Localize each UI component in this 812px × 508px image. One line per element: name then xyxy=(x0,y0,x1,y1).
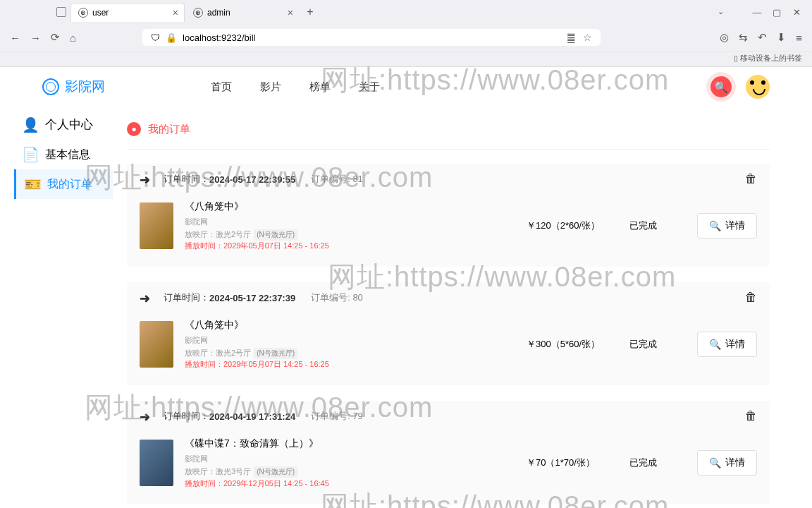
hall: 激光2号厅 xyxy=(216,230,251,238)
reload-icon[interactable]: ⟳ xyxy=(51,31,60,44)
order-header: ➜ 订单时间： 2024-05-17 22:37:39 订单编号: 80 🗑 xyxy=(127,282,770,313)
logo-text: 影院网 xyxy=(65,78,105,96)
account-icon[interactable]: ◎ xyxy=(720,31,729,44)
arrow-right-icon: ➜ xyxy=(140,291,154,305)
cinema-name: 影院网 xyxy=(185,216,515,229)
download-icon[interactable]: ⬇ xyxy=(777,31,786,44)
bookmark-bar: ▯ 移动设备上的书签 xyxy=(0,51,812,66)
star-icon[interactable]: ☆ xyxy=(583,32,592,43)
magnify-icon: 🔍 xyxy=(709,220,721,231)
section-title: ● 我的订单 xyxy=(127,114,770,150)
sidebar-item-label: 我的订单 xyxy=(47,177,92,192)
badge-icon: ● xyxy=(127,122,141,136)
order-id: 81 xyxy=(352,174,362,184)
close-icon[interactable]: × xyxy=(173,7,178,18)
order-price: ￥300（5*60/张） xyxy=(527,338,618,351)
close-window-icon[interactable]: ✕ xyxy=(787,7,806,18)
trash-icon[interactable]: 🗑 xyxy=(745,172,757,186)
search-button[interactable]: 🔍 xyxy=(710,76,732,97)
user-icon: 👤 xyxy=(23,117,38,133)
app-header: 影院网 首页 影片 榜单 关于 🔍 xyxy=(0,67,812,107)
window-controls: — ▢ ✕ xyxy=(747,0,806,24)
movie-title: 《碟中谍7：致命清算（上）》 xyxy=(185,437,515,450)
order-time-label: 订单时间： xyxy=(164,173,209,186)
detail-button[interactable]: 🔍 详情 xyxy=(697,450,757,476)
movie-info: 《八角笼中》 影院网 放映厅：激光2号厅(N号激光厅) 播放时间：2029年05… xyxy=(185,200,515,251)
order-time: 2024-04-19 17:31:24 xyxy=(209,411,295,422)
close-icon[interactable]: × xyxy=(288,7,293,18)
tab-label: user xyxy=(92,8,109,18)
nav-about[interactable]: 关于 xyxy=(359,80,380,94)
trash-icon[interactable]: 🗑 xyxy=(745,291,757,305)
order-id: 80 xyxy=(352,292,362,303)
mobile-bookmarks-icon: ▯ xyxy=(734,54,738,62)
order-status: 已完成 xyxy=(629,456,686,469)
shield-icon: 🛡 xyxy=(151,32,160,43)
back-icon[interactable]: ← xyxy=(10,32,20,44)
detail-button[interactable]: 🔍 详情 xyxy=(697,213,757,238)
nav-home[interactable]: 首页 xyxy=(211,80,232,94)
forward-icon[interactable]: → xyxy=(30,32,41,44)
order-body: 《碟中谍7：致命清算（上）》 影院网 放映厅：激光3号厅(N号激光厅) 播放时间… xyxy=(127,432,770,500)
undo-icon[interactable]: ↶ xyxy=(758,31,767,44)
nav-films[interactable]: 影片 xyxy=(260,80,281,94)
minimize-icon[interactable]: — xyxy=(747,7,767,18)
tabs-dropdown-icon[interactable]: ⌄ xyxy=(718,7,724,16)
detail-button[interactable]: 🔍 详情 xyxy=(697,332,757,357)
magnify-icon: 🔍 xyxy=(709,457,721,468)
tab-label: admin xyxy=(207,8,230,18)
nav-links: 首页 影片 榜单 关于 xyxy=(211,80,380,94)
order-status: 已完成 xyxy=(629,219,686,232)
browser-tab-admin[interactable]: ⊕ admin × xyxy=(185,3,300,22)
new-tab-button[interactable]: + xyxy=(300,6,320,18)
globe-icon: ⊕ xyxy=(193,8,203,18)
order-header: ➜ 订单时间： 2024-04-19 17:31:24 订单编号: 79 🗑 xyxy=(127,401,770,432)
sidebar: 👤 个人中心 📄 基本信息 🎫 我的订单 xyxy=(14,107,113,508)
browser-tab-user[interactable]: ⊕ user × xyxy=(70,3,185,22)
movie-title: 《八角笼中》 xyxy=(185,200,515,213)
order-status: 已完成 xyxy=(629,338,686,351)
address-bar: ← → ⟳ ⌂ 🛡 🔒 localhost:9232/bill ䷀ ☆ ◎ ⇆ … xyxy=(0,24,812,51)
content: ● 我的订单 ➜ 订单时间： 2024-05-17 22:39:55 订单编号:… xyxy=(113,107,812,508)
movie-poster xyxy=(140,321,173,368)
logo-icon xyxy=(42,78,59,95)
browser-chrome: ⊕ user × ⊕ admin × + ⌄ — ▢ ✕ ← → ⟳ ⌂ 🛡 🔒… xyxy=(0,0,812,67)
order-time: 2024-05-17 22:37:39 xyxy=(209,293,295,303)
playtime: 2029年05月07日 14:25 - 16:25 xyxy=(223,241,329,250)
magnify-icon: 🔍 xyxy=(709,339,721,350)
order-card: ➜ 订单时间： 2024-05-17 22:37:39 订单编号: 80 🗑 《… xyxy=(127,282,770,385)
order-card: ➜ 订单时间： 2024-04-19 17:31:24 订单编号: 79 🗑 《… xyxy=(127,401,770,504)
refresh-alt-icon[interactable]: ⇆ xyxy=(739,31,748,44)
sidebar-item-basic[interactable]: 📄 基本信息 xyxy=(14,140,113,169)
search-icon: 🔍 xyxy=(714,80,728,94)
home-icon[interactable]: ⌂ xyxy=(70,32,76,44)
file-icon: 📄 xyxy=(23,147,38,162)
movie-poster xyxy=(140,440,173,486)
mobile-bookmarks-label[interactable]: 移动设备上的书签 xyxy=(740,54,802,62)
ticket-icon: 🎫 xyxy=(25,176,40,192)
logo[interactable]: 影院网 xyxy=(42,78,105,96)
movie-poster xyxy=(140,202,173,249)
order-id: 79 xyxy=(352,411,362,421)
section-label: 我的订单 xyxy=(148,123,190,136)
menu-icon[interactable]: ≡ xyxy=(796,32,802,44)
order-body: 《八角笼中》 影院网 放映厅：激光2号厅(N号激光厅) 播放时间：2029年05… xyxy=(127,313,770,381)
tab-bar: ⊕ user × ⊕ admin × + ⌄ — ▢ ✕ xyxy=(0,0,812,24)
url-input[interactable]: 🛡 🔒 localhost:9232/bill ䷀ ☆ xyxy=(142,29,601,46)
globe-icon: ⊕ xyxy=(78,8,88,18)
arrow-right-icon: ➜ xyxy=(140,172,154,186)
trash-icon[interactable]: 🗑 xyxy=(745,409,757,423)
order-price: ￥120（2*60/张） xyxy=(527,219,618,232)
sidebar-toggle-icon[interactable] xyxy=(56,7,66,17)
sidebar-item-label: 基本信息 xyxy=(45,147,90,162)
url-text: localhost:9232/bill xyxy=(183,32,255,43)
maximize-icon[interactable]: ▢ xyxy=(767,7,787,18)
sidebar-item-orders[interactable]: 🎫 我的订单 xyxy=(14,169,113,199)
order-price: ￥70（1*70/张） xyxy=(527,456,618,469)
order-time: 2024-05-17 22:39:55 xyxy=(209,174,295,185)
nav-ranking[interactable]: 榜单 xyxy=(309,80,331,94)
avatar[interactable] xyxy=(746,75,770,99)
reader-icon[interactable]: ䷀ xyxy=(567,32,576,43)
lock-icon: 🔒 xyxy=(166,32,177,43)
order-body: 《八角笼中》 影院网 放映厅：激光2号厅(N号激光厅) 播放时间：2029年05… xyxy=(127,195,770,262)
